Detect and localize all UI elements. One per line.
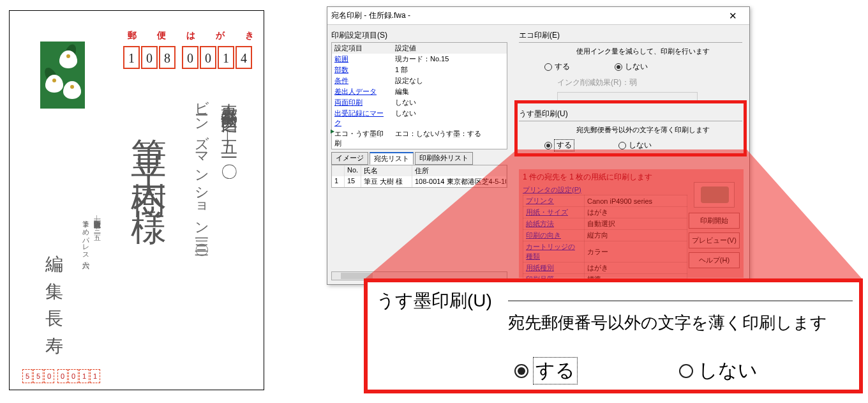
sender-postal-digit: 5 (33, 369, 43, 383)
printer-settings-overlay: 1 件の宛先を 1 枚の用紙に印刷します プリンタの設定(P) プリンタCano… (519, 169, 744, 278)
addr-list-header-name: 氏名 (361, 165, 412, 176)
addr-list-no: 15 (345, 176, 361, 187)
printer-row-key[interactable]: 用紙・サイズ (523, 207, 585, 218)
callout-radio-no[interactable]: しない (679, 358, 758, 384)
printer-row-key[interactable]: プリンタ (523, 195, 585, 207)
printer-row-val[interactable]: はがき (585, 262, 687, 274)
tab-exclude-list[interactable]: 印刷除外リスト (415, 152, 473, 165)
addr-list-header-addr: 住所 (412, 165, 507, 176)
settings-header-value: 設定値 (393, 43, 507, 54)
settings-item[interactable]: 出受記録にマーク (332, 108, 393, 128)
usuzumi-radio-yes[interactable]: する (544, 140, 574, 151)
sender-postal-digit: 1 (90, 369, 100, 383)
preview-button[interactable]: プレビュー(V) (689, 232, 740, 248)
settings-item[interactable]: 範囲 (332, 54, 393, 65)
callout-desc: 宛先郵便番号以外の文字を薄く印刷します (508, 312, 827, 334)
settings-section-label: 印刷設定項目(S) (331, 30, 510, 41)
eco-title: エコ印刷(E) (519, 30, 742, 41)
settings-value: しない (393, 97, 507, 108)
tab-image[interactable]: イメージ (331, 152, 368, 165)
window-title: 宛名印刷 - 住所録.fwa - (331, 10, 410, 21)
print-notice: 1 件の宛先を 1 枚の用紙に印刷します (523, 172, 740, 183)
eco-print-group: エコ印刷(E) 使用インク量を減らして、印刷を行います する しない インク削減… (519, 30, 742, 103)
settings-value: 編集 (393, 86, 507, 97)
tab-addr-list[interactable]: 宛先リスト (370, 152, 414, 165)
settings-item[interactable]: 両面印刷 (332, 97, 393, 108)
postal-digit: 4 (236, 46, 252, 69)
left-pane: 印刷設定項目(S) 設定項目 設定値 範囲現カード：No.15 部数1 部 条件… (331, 30, 510, 188)
help-button[interactable]: ヘルプ(H) (689, 252, 740, 268)
postal-digit: 8 (159, 46, 176, 69)
settings-table: 設定項目 設定値 範囲現カード：No.15 部数1 部 条件設定なし 差出人デー… (331, 42, 507, 149)
usuzumi-group: うす墨印刷(U) 宛先郵便番号以外の文字を薄く印刷します する しない (519, 109, 742, 151)
callout-title: うす墨印刷(U) (377, 289, 492, 313)
printer-icon (689, 182, 740, 209)
settings-value: エコ：しない/うす墨：する (393, 128, 507, 149)
printer-row-val[interactable]: カラー (585, 241, 687, 262)
printer-row-key[interactable]: 用紙種別 (523, 262, 585, 274)
postal-digit: 1 (218, 46, 234, 69)
recipient-address-sub: ビーンズマンション三一〇三 (192, 90, 211, 235)
printer-row-val[interactable]: 自動選択 (585, 218, 687, 230)
addr-list-addr: 108-0014 東京都港区芝4-5-10 (412, 176, 507, 187)
hagaki-label: 郵 便 は が き (128, 30, 263, 42)
ink-reduce-label: インク削減効果(R)：弱 (557, 77, 742, 88)
printer-row-val[interactable]: はがき (585, 207, 687, 218)
printer-row-key[interactable]: 給紙方法 (523, 218, 585, 230)
titlebar: 宛名印刷 - 住所録.fwa - ✕ (327, 7, 749, 25)
printer-row-key[interactable]: カートリッジの種類 (523, 241, 585, 262)
postal-digit: 1 (123, 46, 140, 69)
sender-postal-boxes: 5 5 0 0 0 1 1 (22, 369, 101, 383)
usuzumi-callout: うす墨印刷(U) 宛先郵便番号以外の文字を薄く印刷します する しない (364, 278, 863, 393)
addr-list-header-blank (332, 165, 345, 176)
print-dialog: 宛名印刷 - 住所録.fwa - ✕ 印刷設定項目(S) 設定項目 設定値 範囲… (327, 6, 750, 285)
recipient-name: 筆豆 大樹 様 (124, 110, 173, 190)
usuzumi-title: うす墨印刷(U) (519, 109, 742, 119)
postal-digit: 0 (200, 46, 216, 69)
printer-row-val[interactable]: Canon iP4900 series (585, 195, 687, 207)
settings-value: しない (393, 108, 507, 128)
settings-header-item: 設定項目 (332, 43, 393, 54)
sender-postal-digit: 0 (44, 369, 54, 383)
printer-row-val[interactable]: 縦方向 (585, 230, 687, 241)
sender-address-1: 大阪府大阪市西区阿波座一—三—一五 (93, 215, 102, 229)
settings-item[interactable]: 条件 (332, 75, 393, 86)
address-list: No. 氏名 住所 1 15 筆豆 大樹 様 108-0014 東京都港区芝4-… (331, 165, 507, 188)
recipient-address-main: 東京都港区芝四—五—一〇 (213, 90, 244, 154)
settings-item[interactable]: 差出人データ (332, 86, 393, 97)
print-start-button[interactable]: 印刷開始 (689, 213, 740, 229)
sender-name: 編 集 長 寿 (41, 241, 66, 335)
sender-postal-digit: 0 (57, 369, 68, 383)
postal-digit: 0 (141, 46, 158, 69)
right-pane: エコ印刷(E) 使用インク量を減らして、印刷を行います する しない インク削減… (519, 30, 742, 156)
sender-postal-digit: 0 (68, 369, 79, 383)
settings-value: 1 部 (393, 65, 507, 75)
eco-radio-yes[interactable]: する (544, 61, 570, 72)
sender-postal-digit: 5 (22, 369, 33, 383)
addr-list-name: 筆豆 大樹 様 (361, 176, 412, 187)
postage-stamp-area (40, 42, 85, 109)
sender-address-2: 筆まめパレス六〇六 (81, 215, 91, 256)
eco-desc: 使用インク量を減らして、印刷を行います (576, 47, 742, 56)
recipient-postal-boxes: 1 0 8 0 0 1 4 (123, 46, 253, 69)
sender-postal-digit: 1 (79, 369, 89, 383)
addr-list-idx: 1 (332, 176, 345, 187)
callout-radio-yes[interactable]: する (514, 358, 577, 384)
addr-list-header-no: No. (345, 165, 361, 176)
usuzumi-desc: 宛先郵便番号以外の文字を薄く印刷します (576, 125, 742, 135)
settings-value: 現カード：No.15 (393, 54, 507, 65)
addr-list-row[interactable]: 1 15 筆豆 大樹 様 108-0014 東京都港区芝4-5-10 (332, 176, 507, 187)
settings-item[interactable]: 部数 (332, 65, 393, 75)
tabs: イメージ 宛先リスト 印刷除外リスト (331, 152, 510, 165)
postal-digit: 0 (182, 46, 198, 69)
close-button[interactable]: ✕ (720, 8, 745, 24)
postcard-preview: 郵 便 は が き 1 0 8 0 0 1 4 東京都港区芝四—五—一〇 ビーン… (9, 10, 264, 390)
ink-reduce-slider[interactable] (557, 92, 698, 103)
settings-item-current[interactable]: エコ・うす墨印刷 (332, 128, 393, 149)
eco-radio-no[interactable]: しない (615, 61, 648, 72)
printer-row-key[interactable]: 印刷の向き (523, 230, 585, 241)
usuzumi-radio-no[interactable]: しない (618, 140, 652, 151)
settings-value: 設定なし (393, 75, 507, 86)
